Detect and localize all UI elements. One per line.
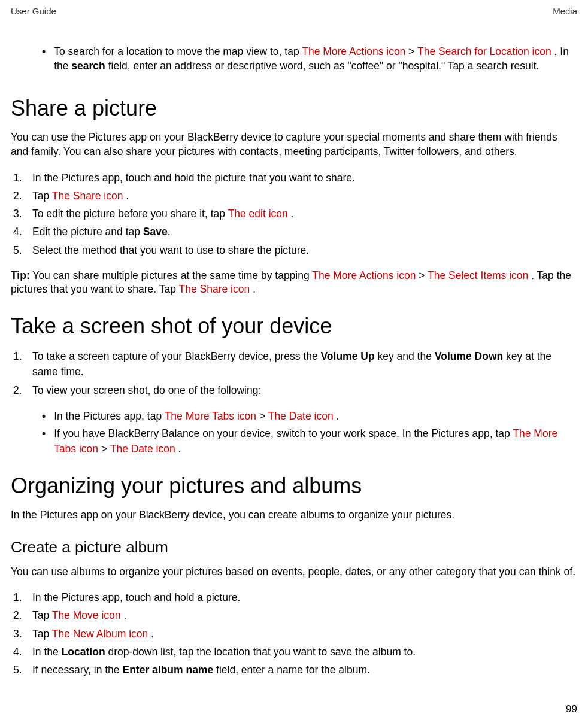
- list-item: • In the Pictures app, tap The More Tabs…: [42, 409, 577, 424]
- bullet-icon: •: [42, 426, 46, 457]
- organize-title: Organizing your pictures and albums: [11, 473, 577, 499]
- header-right: Media: [553, 6, 577, 16]
- intro-bullet: • To search for a location to move the m…: [42, 45, 577, 73]
- page-header: User Guide Media: [11, 6, 577, 16]
- intro-text: To search for a location to move the map…: [54, 45, 577, 73]
- screenshot-steps: 1.To take a screen capture of your Black…: [13, 348, 577, 398]
- list-item: • If you have BlackBerry Balance on your…: [42, 426, 577, 457]
- create-album-steps: 1.In the Pictures app, touch and hold a …: [13, 590, 577, 678]
- list-item: 2.To view your screen shot, do one of th…: [13, 382, 577, 398]
- more-actions-icon-link: The More Actions icon: [312, 269, 416, 281]
- screenshot-section: Take a screen shot of your device 1.To t…: [11, 314, 577, 457]
- edit-icon-link: The edit icon: [228, 208, 288, 220]
- bullet-icon: •: [42, 409, 46, 424]
- list-item: 5.Select the method that you want to use…: [13, 242, 577, 258]
- list-item: 3.Tap The New Album icon .: [13, 626, 577, 642]
- share-intro-para: You can use the Pictures app on your Bla…: [11, 130, 577, 159]
- share-title: Share a picture: [11, 96, 577, 121]
- header-left: User Guide: [11, 6, 56, 16]
- create-album-para: You can use albums to organize your pict…: [11, 565, 577, 579]
- screenshot-bullets: • In the Pictures app, tap The More Tabs…: [42, 409, 577, 457]
- share-tip: Tip: You can share multiple pictures at …: [11, 269, 577, 297]
- share-steps: 1.In the Pictures app, touch and hold th…: [13, 170, 577, 258]
- list-item: 4.In the Location drop-down list, tap th…: [13, 644, 577, 660]
- organize-section: Organizing your pictures and albums In t…: [11, 473, 577, 678]
- list-item: 5.If necessary, in the Enter album name …: [13, 662, 577, 678]
- list-item: 1.To take a screen capture of your Black…: [13, 348, 577, 380]
- list-item: 3.To edit the picture before you share i…: [13, 206, 577, 221]
- more-actions-icon-link: The More Actions icon: [302, 45, 405, 57]
- list-item: 2.Tap The Move icon .: [13, 607, 577, 623]
- list-item: 1.In the Pictures app, touch and hold th…: [13, 170, 577, 186]
- move-icon-link: The Move icon: [52, 609, 121, 621]
- search-location-icon-link: The Search for Location icon: [417, 45, 551, 57]
- share-icon-link: The Share icon: [52, 190, 123, 202]
- share-section: Share a picture You can use the Pictures…: [11, 96, 577, 297]
- new-album-icon-link: The New Album icon: [52, 628, 148, 640]
- date-icon-link: The Date icon: [268, 410, 334, 422]
- screenshot-title: Take a screen shot of your device: [11, 314, 577, 339]
- list-item: 1.In the Pictures app, touch and hold a …: [13, 590, 577, 605]
- intro-bullet-item: • To search for a location to move the m…: [42, 45, 577, 73]
- organize-para: In the Pictures app on your BlackBerry d…: [11, 508, 577, 523]
- more-tabs-icon-link: The More Tabs icon: [165, 410, 256, 422]
- select-items-icon-link: The Select Items icon: [428, 269, 528, 281]
- list-item: 2.Tap The Share icon .: [13, 188, 577, 203]
- date-icon-link: The Date icon: [110, 443, 175, 455]
- page-number: 99: [566, 703, 577, 715]
- create-album-title: Create a picture album: [11, 538, 577, 557]
- bullet-icon: •: [42, 45, 46, 73]
- share-icon-link: The Share icon: [179, 283, 250, 295]
- list-item: 4.Edit the picture and tap Save.: [13, 224, 577, 239]
